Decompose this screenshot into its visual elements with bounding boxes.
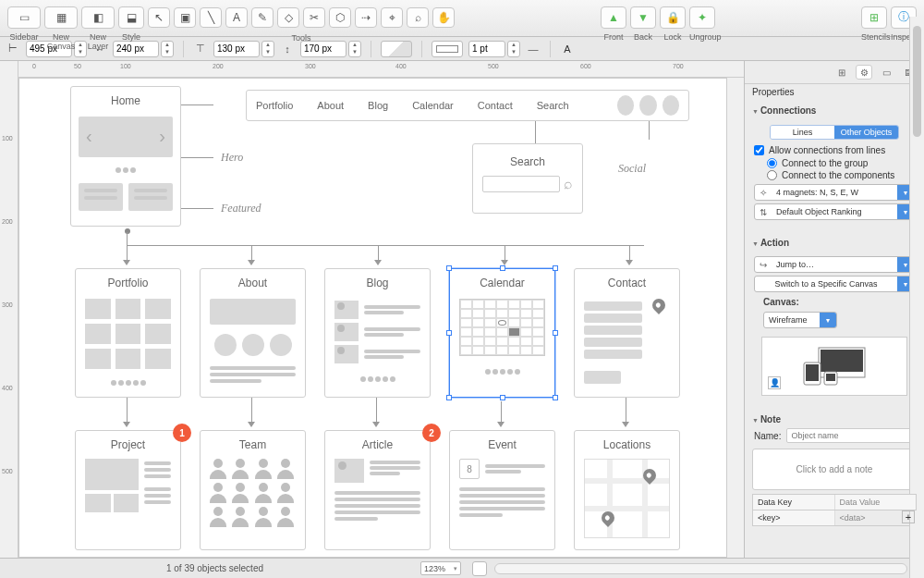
horizontal-scrollbar[interactable] [494,563,907,574]
stroke-swatch[interactable] [432,41,463,57]
canvas-select[interactable]: Wireframe▾ [763,312,837,328]
seg-lines[interactable]: Lines [771,126,834,139]
new-layer-label: New Layer [81,32,115,51]
ranking-dropdown[interactable]: ⇅Default Object Ranking▾ [754,203,915,220]
back-button[interactable]: ▼ [630,6,656,29]
blog-card[interactable]: Blog [324,268,431,398]
note-textarea[interactable]: Click to add a note [752,449,917,490]
stroke-width-field[interactable] [468,41,505,57]
magnets-dropdown[interactable]: ✧4 magnets: N, S, E, W▾ [754,184,915,201]
action-section-header[interactable]: Action [745,232,924,250]
seg-other[interactable]: Other Objects [834,126,898,139]
y-stepper[interactable]: ▲▼ [261,41,274,57]
lock-button[interactable]: 🔒 [660,6,686,29]
about-card[interactable]: About [200,268,306,398]
ungroup-button[interactable]: ✦ [689,6,715,29]
tool-crop[interactable]: ✂ [303,7,325,28]
x-icon: ⊢ [6,43,20,55]
tool-shape[interactable]: ◇ [277,7,299,28]
dataval-header: Data Value [835,495,917,510]
nav-item[interactable]: Contact [478,100,513,111]
note-section-header[interactable]: Note [745,409,924,426]
switch-canvas-dropdown[interactable]: Switch to a Specific Canvas▾ [754,276,915,292]
sidebar-label: Sidebar [7,32,41,42]
width-stepper[interactable]: ▲▼ [161,41,174,57]
datakey-header: Data Key [753,495,835,510]
connect-components-label: Connect to the components [782,170,894,180]
stroke-style-icon[interactable]: — [526,43,541,55]
stroke-stepper[interactable]: ▲▼ [507,41,520,57]
connections-segmented[interactable]: Lines Other Objects [770,125,899,140]
width-field[interactable] [113,41,159,57]
search-input[interactable] [482,176,560,192]
nav-item[interactable]: Blog [368,100,388,111]
jump-icon: ↪ [755,260,772,270]
tool-hand[interactable]: ✋ [432,7,455,28]
tab-geometry-icon[interactable]: ⊞ [833,65,850,80]
sidebar-toggle-button[interactable]: ▭ [7,6,41,29]
object-name-field[interactable] [786,428,915,443]
project-card[interactable]: Project [75,430,181,550]
vertical-ruler: 100 200 300 400 500 [0,61,18,558]
new-canvas-label: New Canvas [44,32,78,51]
connect-components-radio[interactable]: Connect to the components [754,169,915,181]
style-button[interactable]: ⬓ [118,6,144,29]
fill-swatch[interactable] [381,41,412,57]
canvas[interactable]: Home ‹ › Hero Featured Portfolio About [18,78,727,558]
card-title: About [201,269,305,295]
tool-text[interactable]: A [225,7,248,28]
team-card[interactable]: Team [200,430,306,550]
height-stepper[interactable]: ▲▼ [348,41,361,57]
new-layer-button[interactable]: ◧ [81,6,115,29]
tool-pen[interactable]: ✎ [251,7,274,28]
text-color-icon[interactable]: A [560,43,575,55]
height-field[interactable] [300,41,346,57]
tab-canvas-icon[interactable]: ▭ [878,65,894,80]
tool-select[interactable]: ↖ [148,7,170,28]
tool-connect[interactable]: ⇢ [355,7,377,28]
key-placeholder[interactable]: <key> [753,510,835,525]
color-picker-button[interactable] [472,561,487,576]
magnet-icon: ✧ [755,188,772,198]
allow-connections-checkbox[interactable]: Allow connections from lines [754,143,915,157]
new-canvas-button[interactable]: ▦ [44,6,78,29]
tab-properties-icon[interactable]: ⚙ [856,65,872,80]
connect-group-radio[interactable]: Connect to the group [754,157,915,169]
search-card[interactable]: Search ⌕ [472,143,583,214]
tool-node[interactable]: ▣ [174,7,196,28]
add-data-button[interactable]: + [902,510,915,523]
card-title: Article [325,431,430,457]
tool-stamp[interactable]: ⬡ [329,7,351,28]
event-card[interactable]: Event 8 [449,430,555,550]
home-card[interactable]: Home ‹ › [70,86,181,227]
connect-group-label: Connect to the group [782,158,868,168]
tool-magnet[interactable]: ⌖ [381,7,403,28]
search-icon: ⌕ [564,176,573,192]
nav-item[interactable]: Portfolio [256,100,293,111]
front-label: Front [601,32,626,42]
contact-card[interactable]: Contact [574,268,680,398]
nav-item[interactable]: Search [537,100,569,111]
event-date: 8 [459,459,480,479]
badge-2: 2 [422,424,441,442]
zoom-field[interactable]: 123%▾ [420,561,461,575]
svg-rect-5 [826,374,835,381]
connections-section-header[interactable]: Connections [745,100,924,117]
main-area: 100 200 300 400 500 0 50 100 200 300 400… [0,61,924,558]
stencils-button[interactable]: ⊞ [861,6,887,29]
nav-item[interactable]: Calendar [412,100,454,111]
locations-card[interactable]: Locations [574,430,680,550]
nav-item[interactable]: About [317,100,344,111]
person-icon [232,507,249,527]
y-field[interactable] [213,41,260,57]
article-card[interactable]: Article [324,430,431,550]
front-button[interactable]: ▲ [601,6,626,29]
nav-bar[interactable]: Portfolio About Blog Calendar Contact Se… [246,90,689,121]
ruler-tick: 400 [2,385,13,391]
tool-line[interactable]: ╲ [200,7,222,28]
action-dropdown[interactable]: ↪Jump to…▾ [754,256,915,273]
tool-zoom[interactable]: ⌕ [407,7,429,28]
calendar-card[interactable]: Calendar [449,268,555,398]
card-title: Calendar [450,269,554,295]
portfolio-card[interactable]: Portfolio [75,268,181,398]
